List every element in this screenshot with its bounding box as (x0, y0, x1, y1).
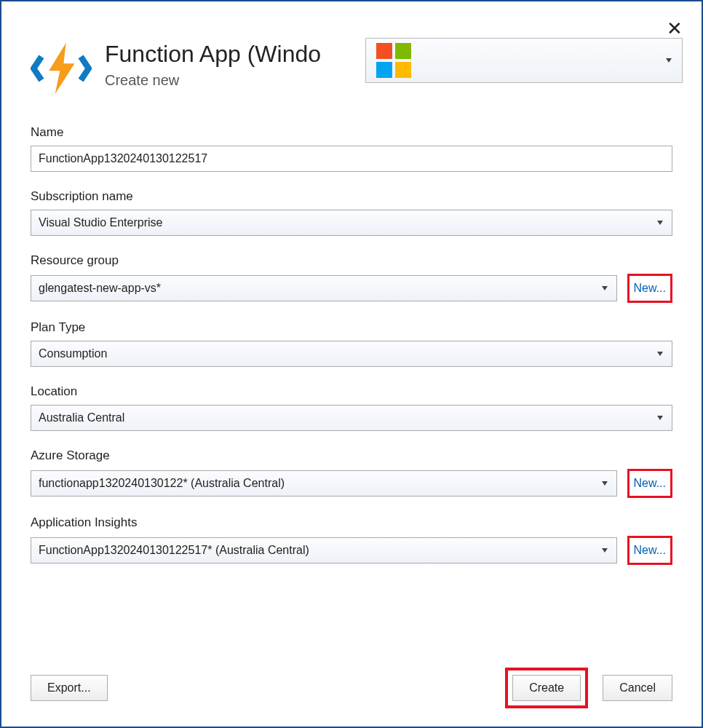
chevron-down-icon (666, 58, 672, 63)
create-button-highlight: Create (505, 668, 588, 708)
subscription-dropdown[interactable]: Visual Studio Enterprise (31, 210, 672, 236)
plan-type-label: Plan Type (31, 320, 672, 335)
chevron-down-icon (657, 416, 663, 420)
chevron-down-icon (657, 221, 663, 225)
insights-value: FunctionApp1320240130122517* (Australia … (39, 544, 309, 557)
storage-new-highlight: New... (627, 469, 672, 498)
dialog-title: Function App (Windo (105, 41, 321, 68)
close-button[interactable]: ✕ (667, 17, 683, 40)
chevron-down-icon (602, 548, 608, 553)
name-field: Name (31, 125, 672, 172)
insights-new-link[interactable]: New... (634, 544, 666, 556)
insights-field: Application Insights FunctionApp13202401… (31, 515, 672, 565)
create-button[interactable]: Create (512, 675, 581, 701)
resource-group-new-highlight: New... (627, 274, 672, 303)
chevron-down-icon (657, 352, 663, 356)
plan-type-value: Consumption (39, 347, 107, 360)
location-dropdown[interactable]: Australia Central (31, 405, 672, 431)
storage-dropdown[interactable]: functionapp1320240130122* (Australia Cen… (31, 470, 617, 496)
azure-functions-icon (31, 38, 92, 99)
subscription-value: Visual Studio Enterprise (39, 216, 162, 229)
insights-label: Application Insights (31, 515, 672, 530)
storage-value: functionapp1320240130122* (Australia Cen… (39, 477, 285, 490)
insights-dropdown[interactable]: FunctionApp1320240130122517* (Australia … (31, 537, 617, 563)
location-value: Australia Central (39, 411, 124, 424)
subscription-label: Subscription name (31, 189, 672, 204)
location-label: Location (31, 384, 672, 399)
insights-new-highlight: New... (627, 536, 672, 565)
form: Name Subscription name Visual Studio Ent… (1, 99, 702, 565)
microsoft-logo-icon (376, 43, 411, 78)
svg-marker-0 (49, 43, 74, 95)
account-selector[interactable] (365, 38, 683, 83)
dialog-footer: Export... Create Cancel (1, 668, 702, 708)
dialog-subtitle: Create new (105, 72, 321, 89)
storage-label: Azure Storage (31, 448, 672, 463)
export-button[interactable]: Export... (31, 675, 108, 701)
chevron-down-icon (602, 481, 608, 486)
chevron-down-icon (602, 286, 608, 290)
plan-type-field: Plan Type Consumption (31, 320, 672, 367)
resource-group-label: Resource group (31, 253, 672, 268)
location-field: Location Australia Central (31, 384, 672, 431)
storage-field: Azure Storage functionapp1320240130122* … (31, 448, 672, 498)
subscription-field: Subscription name Visual Studio Enterpri… (31, 189, 672, 236)
plan-type-dropdown[interactable]: Consumption (31, 341, 672, 367)
resource-group-new-link[interactable]: New... (634, 282, 666, 294)
storage-new-link[interactable]: New... (634, 477, 666, 489)
cancel-button[interactable]: Cancel (603, 675, 672, 701)
resource-group-value: glengatest-new-app-vs* (39, 282, 161, 295)
name-label: Name (31, 125, 672, 140)
resource-group-field: Resource group glengatest-new-app-vs* Ne… (31, 253, 672, 303)
name-input[interactable] (31, 146, 672, 172)
resource-group-dropdown[interactable]: glengatest-new-app-vs* (31, 275, 617, 301)
